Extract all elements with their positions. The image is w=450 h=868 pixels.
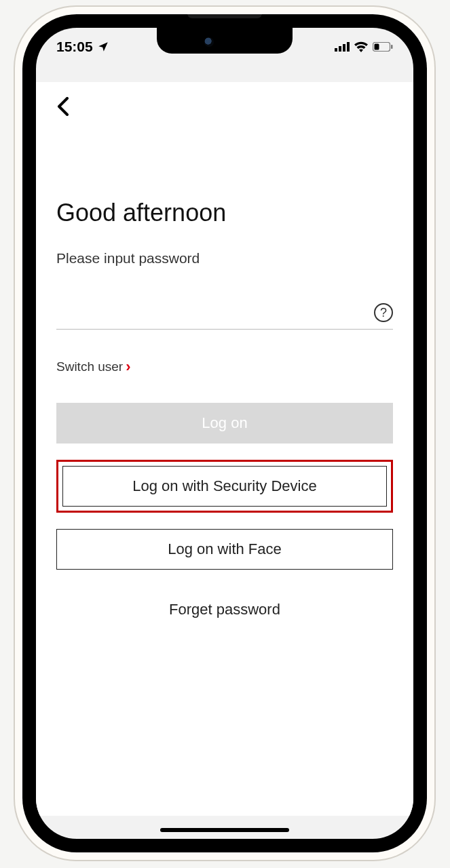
svg-rect-2 — [343, 44, 345, 52]
app-content: Good afternoon Please input password ? S… — [36, 82, 413, 816]
battery-icon — [373, 42, 393, 52]
forget-password-label: Forget password — [169, 601, 280, 618]
svg-rect-6 — [375, 44, 379, 50]
home-indicator[interactable] — [160, 828, 289, 832]
logon-face-label: Log on with Face — [168, 540, 282, 558]
phone-bezel: 15:05 Good afternoon Please input passwo… — [22, 14, 427, 852]
speaker-grille — [187, 14, 262, 18]
switch-user-label: Switch user — [56, 359, 123, 374]
status-right — [335, 41, 393, 52]
cellular-icon — [335, 42, 350, 52]
chevron-left-icon — [57, 97, 69, 116]
security-device-highlight: Log on with Security Device — [56, 460, 393, 513]
svg-rect-5 — [391, 45, 393, 49]
password-prompt: Please input password — [56, 250, 393, 267]
status-left: 15:05 — [56, 39, 109, 55]
logon-button[interactable]: Log on — [56, 403, 393, 443]
forget-password-link[interactable]: Forget password — [56, 601, 393, 618]
screen: 15:05 Good afternoon Please input passwo… — [36, 28, 413, 839]
password-help-button[interactable]: ? — [374, 303, 393, 322]
status-time: 15:05 — [56, 39, 93, 55]
status-bar: 15:05 — [36, 28, 413, 66]
chevron-right-icon: › — [126, 358, 130, 376]
svg-rect-1 — [339, 46, 341, 52]
greeting-heading: Good afternoon — [56, 199, 393, 227]
logon-label: Log on — [202, 414, 247, 432]
switch-user-link[interactable]: Switch user › — [56, 358, 131, 376]
logon-face-button[interactable]: Log on with Face — [56, 529, 393, 570]
password-input[interactable] — [56, 303, 374, 322]
logon-security-label: Log on with Security Device — [132, 477, 316, 495]
location-icon — [97, 41, 109, 53]
logon-security-device-button[interactable]: Log on with Security Device — [62, 466, 387, 507]
phone-frame: 15:05 Good afternoon Please input passwo… — [15, 7, 434, 860]
svg-rect-0 — [335, 48, 337, 52]
wifi-icon — [354, 41, 369, 52]
password-row: ? — [56, 303, 393, 330]
svg-rect-3 — [347, 42, 350, 52]
question-mark-icon: ? — [380, 306, 387, 320]
back-button[interactable] — [52, 96, 74, 117]
